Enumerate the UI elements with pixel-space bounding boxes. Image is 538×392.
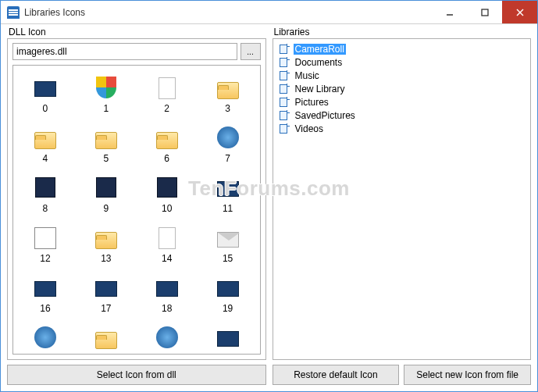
- dll-path-row: ...: [8, 39, 265, 60]
- square-icon: [34, 227, 56, 249]
- globe-icon: [156, 326, 178, 348]
- icon-index-label: 5: [103, 153, 109, 164]
- folder-icon: [217, 82, 239, 99]
- library-item-cameraroll[interactable]: CameraRoll: [275, 42, 529, 55]
- icon-index-label: 13: [101, 253, 111, 264]
- icon-item-15[interactable]: 15: [198, 220, 258, 270]
- folder-icon: [95, 132, 117, 149]
- icon-index-label: 4: [43, 153, 48, 164]
- titlebar: Libraries Icons: [1, 1, 537, 24]
- icon-item-9[interactable]: 9: [76, 170, 137, 220]
- icon-index-label: 19: [223, 303, 233, 314]
- minimize-button[interactable]: [432, 1, 467, 23]
- globe-icon: [217, 127, 239, 148]
- icon-item-12[interactable]: 12: [15, 220, 76, 270]
- library-icon: [278, 110, 290, 121]
- globe-icon: [34, 326, 56, 348]
- folder-icon: [34, 132, 56, 149]
- library-label: CameraRoll: [294, 44, 346, 55]
- page-icon: [159, 227, 176, 249]
- content: DLL Icon ... 012345678910111213141516171…: [1, 24, 537, 391]
- dll-icon-pane: DLL Icon ... 012345678910111213141516171…: [7, 27, 266, 385]
- icon-index-label: 18: [162, 303, 172, 314]
- library-label: Videos: [294, 123, 325, 134]
- icon-item-13[interactable]: 13: [76, 220, 137, 270]
- icon-item-6[interactable]: 6: [137, 120, 198, 170]
- icon-item-3[interactable]: 3: [198, 70, 258, 120]
- library-item-savedpictures[interactable]: SavedPictures: [275, 109, 529, 122]
- library-item-documents[interactable]: Documents: [275, 55, 529, 69]
- icon-item-2[interactable]: 2: [137, 70, 198, 120]
- svg-rect-1: [482, 9, 488, 16]
- library-label: Pictures: [294, 97, 330, 108]
- icon-item-22[interactable]: 22: [137, 320, 198, 355]
- dark-icon: [35, 177, 55, 198]
- icon-item-11[interactable]: 11: [198, 170, 258, 220]
- icon-item-23[interactable]: 23: [198, 320, 258, 355]
- dll-group-label: DLL Icon: [9, 27, 266, 37]
- select-from-file-button[interactable]: Select new Icon from file: [404, 365, 531, 385]
- library-label: SavedPictures: [294, 110, 357, 121]
- icon-item-7[interactable]: 7: [198, 120, 258, 170]
- icon-item-8[interactable]: 8: [15, 170, 76, 220]
- icon-index-label: 21: [101, 353, 111, 355]
- icon-item-14[interactable]: 14: [137, 220, 198, 270]
- icon-item-4[interactable]: 4: [15, 120, 76, 170]
- icon-index-label: 14: [162, 253, 172, 264]
- library-item-new library[interactable]: New Library: [275, 82, 529, 95]
- monitor-icon: [34, 81, 56, 97]
- folder-icon: [95, 232, 117, 249]
- library-icon: [278, 44, 290, 55]
- icon-index-label: 6: [164, 153, 169, 164]
- icon-index-label: 3: [225, 103, 230, 114]
- icon-index-label: 9: [103, 203, 109, 214]
- library-item-pictures[interactable]: Pictures: [275, 95, 529, 109]
- dll-group-box: ... 012345678910111213141516171819202122…: [7, 38, 266, 360]
- folder-icon: [156, 132, 178, 149]
- icon-item-0[interactable]: 0: [15, 70, 76, 120]
- close-button[interactable]: [502, 1, 537, 23]
- maximize-button[interactable]: [467, 1, 502, 23]
- icon-index-label: 17: [101, 303, 111, 314]
- library-label: Documents: [294, 57, 344, 68]
- icon-item-18[interactable]: 18: [137, 270, 198, 320]
- libraries-list[interactable]: CameraRollDocumentsMusicNew LibraryPictu…: [273, 39, 531, 359]
- restore-default-button[interactable]: Restore default Icon: [273, 365, 400, 385]
- icon-index-label: 20: [40, 353, 50, 355]
- icon-item-5[interactable]: 5: [76, 120, 137, 170]
- icon-item-1[interactable]: 1: [76, 70, 137, 120]
- icon-item-19[interactable]: 19: [198, 270, 258, 320]
- library-icon: [278, 97, 290, 108]
- shield-icon: [96, 77, 116, 98]
- monitor-icon: [217, 281, 239, 297]
- dark-icon: [96, 177, 116, 198]
- library-item-videos[interactable]: Videos: [275, 122, 529, 135]
- library-item-music[interactable]: Music: [275, 69, 529, 82]
- browse-button[interactable]: ...: [240, 43, 261, 60]
- icon-item-10[interactable]: 10: [137, 170, 198, 220]
- icon-grid: 01234567891011121314151617181920212223: [13, 66, 260, 355]
- library-icon: [278, 123, 290, 134]
- monitor-icon: [34, 281, 56, 297]
- library-label: Music: [294, 70, 321, 81]
- icon-item-21[interactable]: 21: [76, 320, 137, 355]
- library-icon: [278, 70, 290, 81]
- mail-icon: [217, 232, 239, 248]
- icon-index-label: 7: [225, 153, 230, 164]
- icon-index-label: 23: [223, 353, 233, 355]
- icon-item-16[interactable]: 16: [15, 270, 76, 320]
- icon-index-label: 10: [162, 203, 172, 214]
- icon-index-label: 12: [40, 253, 50, 264]
- icon-index-label: 11: [223, 203, 233, 214]
- icon-index-label: 8: [43, 203, 48, 214]
- select-from-dll-button[interactable]: Select Icon from dll: [7, 365, 266, 385]
- dll-path-input[interactable]: [12, 43, 237, 60]
- icon-item-20[interactable]: 20: [15, 320, 76, 355]
- icon-item-17[interactable]: 17: [76, 270, 137, 320]
- monitor-icon: [217, 181, 239, 197]
- icon-index-label: 1: [103, 103, 109, 114]
- icon-grid-scroll[interactable]: 01234567891011121314151617181920212223: [12, 65, 261, 355]
- monitor-icon: [217, 331, 239, 347]
- icon-index-label: 16: [40, 303, 50, 314]
- icon-index-label: 2: [164, 103, 169, 114]
